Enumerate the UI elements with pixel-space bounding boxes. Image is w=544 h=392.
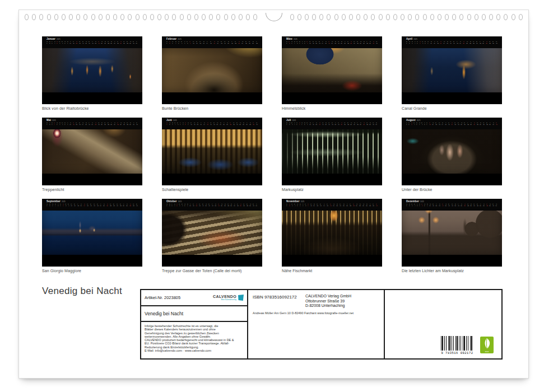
barcode-bars (441, 336, 473, 351)
mini-calendar-strip: Februar2025S1S2M3D4M5D6F7S8S9M10D11M12D1… (162, 36, 262, 48)
month-image: September2025M1D2M3D4F5S6S7M8D9M10D11F12… (42, 199, 142, 267)
info-middle-column: ISBN 9783516092172 CALVENDO Verlag GmbH … (248, 290, 385, 358)
mini-calendar-month-label: April (406, 38, 412, 40)
month-image: August2025F1S2S3M4D5M6D7F8S9S10M11D12M13… (402, 118, 502, 185)
binding-ring-icon (246, 14, 250, 20)
month-thumbnail: Januar2025M1D2F3S4S5M6D7M8D9F10S11S12M13… (42, 36, 142, 110)
mini-calendar-month-label: Februar (166, 38, 176, 40)
hanger-hole (266, 13, 282, 21)
binding-ring-icon (239, 14, 243, 20)
binding-ring-icon (157, 14, 161, 20)
month-caption: Blick von der Rialtobrücke (42, 106, 142, 110)
month-photo-mai: Mai2025D1F2S3S4M5D6M7D8F9S10S11M12D13M14… (42, 118, 142, 174)
binding-ring-icon (319, 14, 323, 20)
binding-ring-icon (69, 14, 73, 20)
month-image: Mai2025D1F2S3S4M5D6M7D8F9S10S11M12D13M14… (42, 118, 142, 185)
mini-calendar-days: D1F2S3S4M5D6M7D8F9S10S11M12D13M14D15F16S… (47, 122, 138, 125)
month-caption: Himmelsblick (282, 106, 382, 110)
mini-calendar-days: M1D2F3S4S5M6D7M8D9F10S11S12M13D14M15D16F… (47, 41, 138, 44)
info-left-column: Artikel-Nr. 2023805 CALVENDO Mein Kalend… (141, 290, 248, 358)
binding-ring-icon (62, 14, 66, 20)
month-thumbnail: Oktober2025M1D2F3S4S5M6D7M8D9F10S11S12M1… (162, 199, 262, 273)
month-caption: Die letzten Lichter am Markusplatz (402, 269, 502, 273)
isbn-number: ISBN 9783516092172 (253, 295, 297, 300)
mini-calendar-month-label: Juni (166, 119, 172, 122)
binding-ring-icon (224, 14, 228, 20)
leaf-icon (481, 338, 492, 350)
binding-ring-icon (39, 14, 43, 20)
binding-ring-icon (430, 14, 434, 20)
month-thumbnail: Juni2025S1M2D3M4D5F6S7S8M9D10M11D12F13S1… (162, 118, 262, 192)
month-image: Oktober2025M1D2F3S4S5M6D7M8D9F10S11S12M1… (162, 199, 262, 267)
ean-barcode: 9 783516 092172 (441, 336, 473, 355)
binding-ring-icon (452, 14, 456, 20)
binding-ring-icon (99, 14, 103, 20)
mini-calendar-strip: Mai2025D1F2S3S4M5D6M7D8F9S10S11M12D13M14… (42, 118, 142, 129)
mini-calendar-strip: Dezember2025M1D2M3D4F5S6S7M8D9M10D11F12S… (402, 199, 502, 211)
author-line: Andreas Müller Am Gern 10 D-82490 Farcha… (253, 311, 354, 315)
binding-ring-icon (143, 14, 147, 20)
mini-calendar-days: M1D2M3D4F5S6S7M8D9M10D11F12S13S14M15D16M… (47, 203, 138, 207)
binding-ring-icon (128, 14, 132, 20)
binding-ring-icon (290, 14, 294, 20)
binding-ring-icon (512, 14, 515, 20)
mini-calendar-strip: Juli2025D1M2D3F4S5S6M7D8M9D10F11S12S13M1… (282, 118, 382, 129)
mini-calendar-days: S1S2M3D4M5D6F7S8S9M10D11M12D13F14S15S16M… (286, 41, 378, 44)
mini-calendar-days: F1S2S3M4D5M6D7F8S9S10M11D12M13D14F15S16S… (406, 122, 497, 125)
binding-ring-icon (47, 14, 51, 20)
calvendo-logo-mark-icon (238, 295, 244, 301)
article-number: Artikel-Nr. 2023805 (145, 295, 180, 300)
binding-ring-icon (120, 14, 124, 20)
month-image: Juli2025D1M2D3F4S5S6M7D8M9D10F11S12S13M1… (282, 118, 382, 185)
binding-ring-icon (136, 14, 140, 20)
binding-ring-icon (423, 14, 427, 20)
month-photo-jun: Juni2025S1M2D3M4D5F6S7S8M9D10M11D12F13S1… (162, 118, 262, 174)
binding-ring-icon (371, 14, 375, 20)
mini-calendar-days: M1D2M3D4F5S6S7M8D9M10D11F12S13S14M15D16M… (406, 203, 497, 207)
binding-ring-icon (297, 14, 301, 20)
month-thumbnail: April2025D1M2D3F4S5S6M7D8M9D10F11S12S13M… (402, 36, 502, 110)
mini-calendar-month-label: November (286, 200, 300, 203)
binding-ring-icon (349, 14, 353, 20)
info-right-column: 9 783516 092172 eco (385, 290, 501, 358)
binding-ring-icon (113, 14, 117, 20)
month-image: April2025D1M2D3F4S5S6M7D8M9D10F11S12S13M… (402, 36, 502, 104)
mini-calendar-strip: Juni2025S1M2D3M4D5F6S7S8M9D10M11D12F13S1… (162, 118, 262, 129)
mini-calendar-days: S1S2M3D4M5D6F7S8S9M10D11M12D13F14S15S16M… (166, 41, 258, 44)
months-grid: Januar2025M1D2F3S4S5M6D7M8D9F10S11S12M13… (42, 36, 502, 273)
product-info-box: Artikel-Nr. 2023805 CALVENDO Mein Kalend… (140, 289, 503, 360)
binding-ring-icon (379, 14, 383, 20)
binding-ring-icon (209, 14, 213, 20)
calendar-title-field: Venedig bei Nacht (141, 306, 247, 322)
month-thumbnail: September2025M1D2M3D4F5S6S7M8D9M10D11F12… (42, 199, 142, 273)
binding-ring-icon (327, 14, 331, 20)
binding-ring-icon (32, 14, 36, 20)
month-thumbnail: Mai2025D1F2S3S4M5D6M7D8F9S10S11M12D13M14… (42, 118, 142, 192)
binding-ring-icon (165, 14, 169, 20)
barcode-digits: 9 783516 092172 (441, 351, 473, 355)
month-image: März2025S1S2M3D4M5D6F7S8S9M10D11M12D13F1… (282, 36, 382, 104)
binding-ring-icon (194, 14, 198, 20)
month-photo-nov: November2025S1S2M3D4M5D6F7S8S9M10D11M12D… (282, 199, 382, 255)
spiral-binding (25, 13, 523, 23)
mini-calendar-strip: Januar2025M1D2F3S4S5M6D7M8D9F10S11S12M13… (42, 36, 142, 48)
month-photo-mar: März2025S1S2M3D4M5D6F7S8S9M10D11M12D13F1… (282, 36, 382, 92)
mini-calendar-month-label: März (286, 38, 292, 40)
month-image: Dezember2025M1D2M3D4F5S6S7M8D9M10D11F12S… (402, 199, 502, 267)
binding-ring-icon (187, 14, 191, 20)
binding-ring-icon (415, 14, 419, 20)
binding-ring-icon (519, 14, 523, 20)
binding-ring-icon (305, 14, 309, 20)
month-photo-jan: Januar2025M1D2F3S4S5M6D7M8D9F10S11S12M13… (42, 36, 142, 92)
eco-logo: eco (480, 337, 494, 353)
mini-calendar-month-label: Mai (47, 119, 51, 122)
legal-text: Infolge bestehender Schutzrechte ist es … (141, 322, 247, 358)
month-caption: Markusplatz (282, 188, 382, 192)
mini-calendar-month-label: Januar (47, 38, 55, 40)
month-photo-dez: Dezember2025M1D2M3D4F5S6S7M8D9M10D11F12S… (402, 199, 502, 255)
binding-ring-icon (83, 14, 87, 20)
calvendo-logo: CALVENDO Mein Kalenderverlag (213, 295, 244, 301)
mini-calendar-month-label: Dezember (406, 200, 419, 203)
mini-calendar-strip: März2025S1S2M3D4M5D6F7S8S9M10D11M12D13F1… (282, 36, 382, 48)
binding-ring-icon (438, 14, 441, 20)
